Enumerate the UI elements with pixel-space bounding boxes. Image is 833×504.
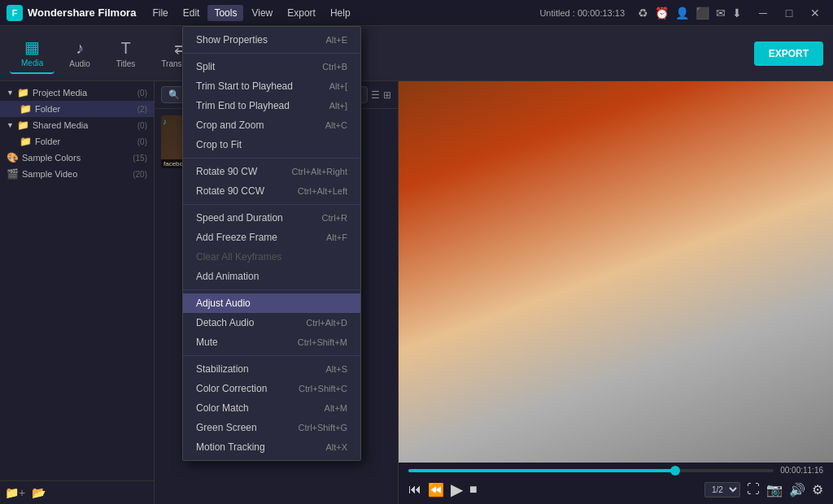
- progress-bar-container: 00:00:11:16: [408, 466, 823, 475]
- preview-video: [399, 81, 833, 463]
- menu-stabilization[interactable]: Stabilization Alt+S: [183, 359, 360, 379]
- green-screen-label: Green Screen: [196, 422, 257, 433]
- tab-audio-label: Audio: [69, 59, 90, 68]
- add-animation-label: Add Animation: [196, 271, 259, 282]
- play-button[interactable]: ▶: [451, 480, 463, 499]
- minimize-button[interactable]: ─: [752, 5, 774, 21]
- menu-crop-zoom[interactable]: Crop and Zoom Alt+C: [183, 115, 360, 135]
- menu-adjust-audio[interactable]: Adjust Audio: [183, 293, 360, 313]
- menu-help[interactable]: Help: [324, 5, 357, 21]
- menu-trim-start[interactable]: Trim Start to Playhead Alt+[: [183, 76, 360, 96]
- sample-colors-label: Sample Colors: [22, 153, 129, 163]
- video-icon: ♪: [163, 117, 167, 126]
- grid-icon[interactable]: ⬛: [696, 7, 709, 20]
- prev-button[interactable]: ⏮: [408, 482, 421, 497]
- rewind-button[interactable]: ⏪: [428, 482, 444, 497]
- tab-audio[interactable]: ♪ Audio: [58, 34, 102, 73]
- settings-button[interactable]: ⚙: [812, 482, 823, 497]
- sidebar-item-folder2[interactable]: 📁 Folder (0): [0, 133, 154, 150]
- stabilization-label: Stabilization: [196, 363, 249, 375]
- grid-view-icon[interactable]: ⊞: [383, 89, 391, 101]
- rotate-cw-shortcut: Ctrl+Alt+Right: [292, 167, 347, 176]
- tab-media[interactable]: ▦ Media: [10, 33, 55, 74]
- folder-icon: 📁: [20, 136, 32, 147]
- shared-media-label: Shared Media: [33, 120, 134, 130]
- mail-icon[interactable]: ✉: [716, 7, 726, 20]
- stop-button[interactable]: ■: [469, 482, 478, 497]
- export-button[interactable]: EXPORT: [754, 41, 823, 66]
- titlebar: F Wondershare Filmora File Edit Tools Vi…: [0, 0, 833, 26]
- color-correction-label: Color Correction: [196, 383, 267, 394]
- menu-show-properties[interactable]: Show Properties Alt+E: [183, 30, 360, 50]
- add-freeze-label: Add Freeze Frame: [196, 232, 277, 243]
- folder-count: (2): [137, 105, 147, 114]
- sidebar-item-project-media[interactable]: ▼ 📁 Project Media (0): [0, 85, 154, 101]
- menu-view[interactable]: View: [245, 5, 279, 21]
- detach-audio-shortcut: Ctrl+Alt+D: [306, 318, 347, 328]
- maximize-button[interactable]: □: [778, 5, 800, 21]
- sidebar-item-sample-colors[interactable]: 🎨 Sample Colors (15): [0, 150, 154, 166]
- folder-icon: 📁: [20, 103, 32, 115]
- show-properties-shortcut: Alt+E: [325, 35, 347, 45]
- menu-speed-duration[interactable]: Speed and Duration Ctrl+R: [183, 208, 360, 228]
- folder2-count: (0): [137, 137, 147, 146]
- menu-green-screen[interactable]: Green Screen Ctrl+Shift+G: [183, 418, 360, 437]
- menu-motion-tracking[interactable]: Motion Tracking Alt+X: [183, 437, 360, 457]
- download-icon[interactable]: ⬇: [732, 7, 742, 20]
- menu-section-properties: Show Properties Alt+E: [183, 27, 360, 54]
- crop-fit-label: Crop to Fit: [196, 139, 242, 150]
- shared-media-count: (0): [137, 121, 147, 130]
- rotate-cw-label: Rotate 90 CW: [196, 166, 257, 177]
- menu-rotate-ccw[interactable]: Rotate 90 CCW Ctrl+Alt+Left: [183, 181, 360, 201]
- color-correction-shortcut: Ctrl+Shift+C: [299, 384, 347, 393]
- menu-clear-keyframes: Clear All Keyframes: [183, 247, 360, 267]
- menu-crop-fit[interactable]: Crop to Fit: [183, 135, 360, 154]
- tab-media-label: Media: [21, 59, 43, 67]
- sidebar-item-shared-media[interactable]: ▼ 📁 Shared Media (0): [0, 117, 154, 133]
- speed-duration-label: Speed and Duration: [196, 212, 283, 224]
- folder-icon: 📁: [17, 119, 29, 131]
- motion-tracking-shortcut: Alt+X: [325, 442, 347, 452]
- menu-section-edit: Split Ctrl+B Trim Start to Playhead Alt+…: [183, 54, 360, 159]
- folder-icon: 🎨: [7, 152, 19, 163]
- new-folder-button[interactable]: 📂: [32, 486, 46, 499]
- progress-bar[interactable]: [408, 469, 774, 472]
- menu-add-freeze[interactable]: Add Freeze Frame Alt+F: [183, 228, 360, 247]
- menu-detach-audio[interactable]: Detach Audio Ctrl+Alt+D: [183, 313, 360, 332]
- sidebar-item-folder[interactable]: 📁 Folder (2): [0, 101, 154, 117]
- ratio-select[interactable]: 1/2 1/1 1/4: [704, 482, 740, 497]
- menu-split[interactable]: Split Ctrl+B: [183, 57, 360, 76]
- volume-button[interactable]: 🔊: [789, 482, 805, 497]
- fullscreen-button[interactable]: ⛶: [747, 482, 760, 497]
- menu-file[interactable]: File: [146, 5, 174, 21]
- menu-mute[interactable]: Mute Ctrl+Shift+M: [183, 332, 360, 352]
- menu-color-correction[interactable]: Color Correction Ctrl+Shift+C: [183, 379, 360, 398]
- clock-icon[interactable]: ⏰: [655, 7, 669, 20]
- right-panel: 00:00:11:16 ⏮ ⏪ ▶ ■ 1/2 1/1 1/4 ⛶ 📷 🔊 ⚙: [399, 81, 833, 504]
- menu-color-match[interactable]: Color Match Alt+M: [183, 398, 360, 418]
- sidebar-item-sample-video[interactable]: 🎬 Sample Video (20): [0, 166, 154, 182]
- project-media-label: Project Media: [33, 88, 134, 98]
- toolbar-export: EXPORT: [754, 41, 823, 66]
- user-icon[interactable]: 👤: [675, 7, 689, 20]
- progress-thumb: [670, 466, 680, 476]
- add-folder-button[interactable]: 📁+: [5, 486, 25, 499]
- color-match-shortcut: Alt+M: [325, 403, 347, 413]
- titles-icon: T: [120, 39, 130, 58]
- sync-icon[interactable]: ♻: [638, 7, 648, 20]
- filter-icon[interactable]: ☰: [371, 89, 380, 101]
- menu-section-speed: Speed and Duration Ctrl+R Add Freeze Fra…: [183, 205, 360, 290]
- menu-tools[interactable]: Tools: [207, 5, 243, 21]
- menu-trim-end[interactable]: Trim End to Playhead Alt+]: [183, 96, 360, 115]
- menu-add-animation[interactable]: Add Animation: [183, 267, 360, 286]
- green-screen-shortcut: Ctrl+Shift+G: [298, 423, 347, 432]
- menu-section-audio: Adjust Audio Detach Audio Ctrl+Alt+D Mut…: [183, 290, 360, 356]
- crop-zoom-shortcut: Alt+C: [325, 120, 347, 130]
- tab-titles[interactable]: T Titles: [105, 34, 147, 73]
- menu-edit[interactable]: Edit: [177, 5, 207, 21]
- screenshot-button[interactable]: 📷: [766, 482, 783, 497]
- close-button[interactable]: ✕: [804, 5, 826, 21]
- menu-section-effects: Stabilization Alt+S Color Correction Ctr…: [183, 356, 360, 460]
- menu-rotate-cw[interactable]: Rotate 90 CW Ctrl+Alt+Right: [183, 162, 360, 181]
- menu-export[interactable]: Export: [281, 5, 322, 21]
